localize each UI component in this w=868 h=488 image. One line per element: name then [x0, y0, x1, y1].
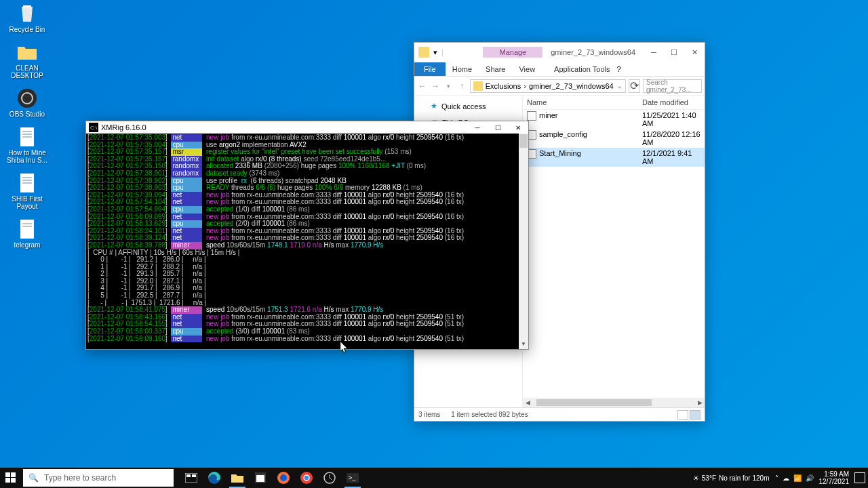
chevron-down-icon[interactable]: ⌄: [616, 81, 623, 90]
system-tray[interactable]: ☀ 53°F No rain for 120m ˄ ☁ 📶 🔊 1:59 AM …: [693, 470, 868, 485]
minimize-button[interactable]: ─: [644, 45, 664, 60]
desktop-icon-telegram[interactable]: telegram: [3, 218, 52, 249]
console-window[interactable]: C:\ XMRig 6.16.0 ─ ☐ ✕ [2021-12-07 01:57…: [85, 121, 529, 350]
ribbon: File Home Share View Application Tools ?: [414, 62, 705, 77]
ribbon-view[interactable]: View: [512, 62, 542, 76]
folder-icon: [16, 41, 38, 63]
svg-rect-11: [192, 474, 196, 477]
text-file-icon: [16, 172, 38, 194]
chevron-up-icon[interactable]: ˄: [775, 474, 778, 482]
desktop-icon-obs[interactable]: OBS Studio: [3, 87, 52, 118]
address-bar: ← → ▾ ↑ Exclusions› gminer_2_73_windows6…: [414, 77, 705, 96]
cmd-icon: C:\: [89, 123, 98, 132]
taskbar-search[interactable]: 🔍 Type here to search: [23, 469, 174, 487]
nav-back-icon[interactable]: ←: [417, 81, 427, 91]
volume-icon[interactable]: 🔊: [806, 474, 814, 482]
text-file-icon: [16, 218, 38, 240]
maximize-button[interactable]: ☐: [664, 45, 684, 60]
console-output: [2021-12-07 01:57:35.003] net new job fr…: [87, 134, 517, 342]
console-body[interactable]: [2021-12-07 01:57:35.003] net new job fr…: [86, 134, 528, 349]
desktop-icons: Recycle Bin CLEAN DESKTOP OBS Studio How…: [3, 3, 52, 249]
firefox-icon[interactable]: [273, 468, 294, 488]
close-button[interactable]: ✕: [684, 45, 705, 60]
recycle-bin-icon: [16, 3, 38, 24]
svg-point-16: [280, 474, 287, 481]
svg-rect-14: [256, 475, 264, 482]
nav-up-icon[interactable]: ↑: [456, 81, 467, 91]
taskbar[interactable]: 🔍 Type here to search >_ ☀ 53°F No rain …: [0, 468, 868, 488]
start-button[interactable]: [0, 468, 22, 488]
console-title: XMRig 6.16.0: [101, 123, 146, 131]
edge-icon[interactable]: [203, 468, 225, 488]
store-icon[interactable]: [250, 468, 271, 488]
svg-rect-5: [5, 472, 10, 477]
svg-rect-4: [20, 220, 34, 239]
explorer-icon[interactable]: [226, 468, 248, 488]
search-icon: 🔍: [28, 473, 39, 483]
file-row[interactable]: sample_config11/28/2020 12:16 AM: [523, 129, 705, 148]
scroll-thumb[interactable]: [519, 134, 528, 148]
maximize-button[interactable]: ☐: [488, 121, 508, 134]
task-view-icon[interactable]: [180, 468, 202, 488]
folder-icon: [418, 47, 429, 58]
vertical-scrollbar[interactable]: ▲ ▼: [519, 134, 528, 349]
nav-recent-icon[interactable]: ▾: [443, 83, 454, 89]
manage-tab[interactable]: Manage: [483, 47, 542, 58]
breadcrumb[interactable]: Exclusions› gminer_2_73_windows64 ⌄: [470, 79, 626, 93]
svg-rect-10: [186, 474, 191, 477]
sun-icon: ☀: [693, 474, 699, 482]
console-titlebar[interactable]: C:\ XMRig 6.16.0 ─ ☐ ✕: [86, 121, 528, 134]
desktop-icon-clean[interactable]: CLEAN DESKTOP: [3, 41, 52, 79]
file-list[interactable]: Name Date modified miner11/25/2021 1:40 …: [523, 96, 705, 407]
onedrive-icon[interactable]: ☁: [783, 474, 789, 482]
ribbon-share[interactable]: Share: [479, 62, 512, 76]
weather-widget[interactable]: ☀ 53°F No rain for 120m: [693, 474, 770, 482]
nav-fwd-icon[interactable]: →: [430, 81, 440, 91]
file-row[interactable]: miner11/25/2021 1:40 AM: [523, 110, 705, 129]
wifi-icon[interactable]: 📶: [793, 474, 802, 482]
refresh-icon[interactable]: ⟳: [629, 79, 640, 93]
close-button[interactable]: ✕: [508, 121, 528, 134]
app-icon[interactable]: [319, 468, 340, 488]
desktop-icon-recycle-bin[interactable]: Recycle Bin: [3, 3, 52, 33]
view-toggles[interactable]: [677, 410, 701, 420]
star-icon: ★: [431, 102, 437, 110]
minimize-button[interactable]: ─: [467, 121, 488, 134]
clock[interactable]: 1:59 AM 12/7/2021: [819, 470, 850, 485]
status-bar: 3 items 1 item selected 892 bytes: [414, 407, 705, 421]
chrome-icon[interactable]: [296, 468, 317, 488]
column-headers[interactable]: Name Date modified: [523, 96, 705, 110]
svg-rect-6: [11, 472, 16, 477]
folder-icon: [473, 81, 483, 91]
window-title: gminer_2_73_windows64: [542, 48, 644, 56]
svg-point-0: [18, 89, 37, 108]
scroll-thumb[interactable]: [536, 399, 652, 406]
desktop-icon-howto[interactable]: How to Mine Shiba Inu S...: [3, 126, 52, 164]
help-icon[interactable]: ?: [616, 65, 620, 73]
svg-text:>_: >_: [349, 474, 356, 481]
text-file-icon: [16, 126, 38, 148]
search-input[interactable]: Search gminer_2_73...: [643, 79, 702, 93]
ribbon-file[interactable]: File: [414, 62, 446, 76]
file-row[interactable]: Start_Mining12/1/2021 9:41 AM: [523, 148, 705, 167]
taskbar-icons: >_: [180, 468, 363, 488]
qa-down-icon: ▾: [431, 48, 440, 57]
svg-rect-8: [11, 478, 16, 483]
svg-rect-7: [5, 478, 10, 483]
obs-icon: [16, 87, 38, 109]
terminal-icon[interactable]: >_: [342, 468, 363, 488]
horizontal-scrollbar[interactable]: ◀▶: [523, 398, 705, 407]
explorer-titlebar[interactable]: ▾ | Manage gminer_2_73_windows64 ─ ☐ ✕: [414, 43, 705, 62]
ribbon-home[interactable]: Home: [446, 62, 479, 76]
notifications-icon[interactable]: [854, 472, 865, 483]
nav-quick-access[interactable]: ★Quick access: [414, 100, 522, 113]
desktop-icon-shib[interactable]: SHIB First Payout: [3, 172, 52, 210]
ribbon-apptools[interactable]: Application Tools: [547, 62, 616, 76]
